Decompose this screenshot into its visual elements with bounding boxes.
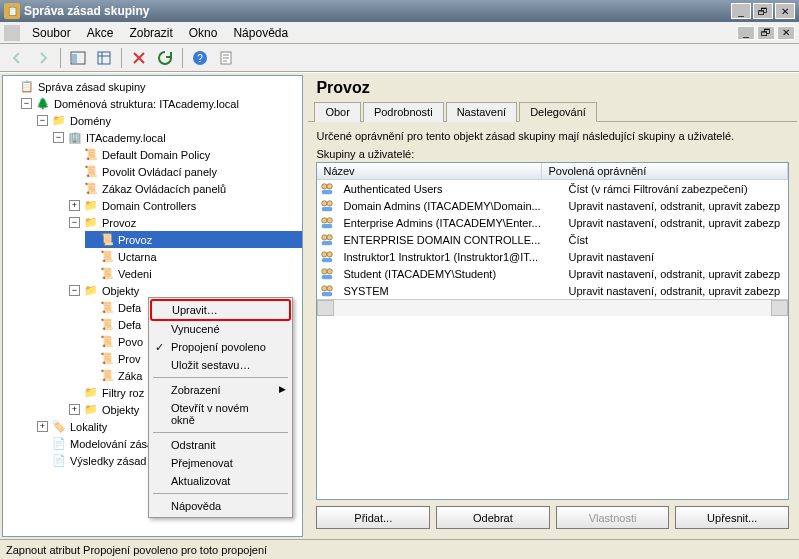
gpo-link-icon: 📜 xyxy=(99,266,115,282)
mdi-restore-button[interactable]: 🗗 xyxy=(757,26,775,40)
cm-otevrit[interactable]: Otevřít v novém okně xyxy=(151,399,290,429)
menu-zobrazit[interactable]: Zobrazit xyxy=(121,24,180,42)
cm-odstranit[interactable]: Odstranit xyxy=(151,436,290,454)
gpo-link-icon: 📜 xyxy=(83,147,99,163)
expand-toggle[interactable]: + xyxy=(69,404,80,415)
scroll-left-icon[interactable] xyxy=(317,300,334,316)
cm-vynucene[interactable]: Vynucené xyxy=(151,320,290,338)
expand-toggle[interactable]: − xyxy=(21,98,32,109)
tree-uctarna[interactable]: Uctarna xyxy=(118,251,157,263)
expand-toggle[interactable]: + xyxy=(69,200,80,211)
tree-provoz-gpo[interactable]: Provoz xyxy=(118,234,152,246)
svg-rect-14 xyxy=(322,223,333,227)
horizontal-scrollbar[interactable] xyxy=(317,299,788,316)
advanced-button[interactable]: Upřesnit... xyxy=(675,506,789,529)
tree-vedeni[interactable]: Vedeni xyxy=(118,268,152,280)
svg-rect-2 xyxy=(98,52,110,64)
tree-domain[interactable]: ITAcademy.local xyxy=(86,132,166,144)
cm-separator xyxy=(153,432,288,433)
tree-lokality[interactable]: Lokality xyxy=(70,421,107,433)
close-button[interactable]: ✕ xyxy=(775,3,795,19)
svg-point-24 xyxy=(322,285,327,290)
tree-forest[interactable]: Doménová struktura: ITAcademy.local xyxy=(54,98,239,110)
back-button xyxy=(6,47,28,69)
expand-toggle[interactable]: − xyxy=(37,115,48,126)
restore-button[interactable]: 🗗 xyxy=(753,3,773,19)
tree-objekty2[interactable]: Objekty xyxy=(102,404,139,416)
help-button[interactable]: ? xyxy=(189,47,211,69)
tree-root[interactable]: Správa zásad skupiny xyxy=(38,81,146,93)
table-row[interactable]: ENTERPRISE DOMAIN CONTROLLE...Číst xyxy=(317,231,788,248)
deleg-desc: Určené oprávnění pro tento objekt zásad … xyxy=(316,130,789,142)
scroll-right-icon[interactable] xyxy=(771,300,788,316)
expand-toggle[interactable]: + xyxy=(37,421,48,432)
svg-point-19 xyxy=(327,251,332,256)
cm-propojeni[interactable]: ✓Propojení povoleno xyxy=(151,338,290,356)
mdi-close-button[interactable]: ✕ xyxy=(777,26,795,40)
tree-ddp[interactable]: Default Domain Policy xyxy=(102,149,210,161)
toolbar: ? xyxy=(0,44,799,72)
cell-name: ENTERPRISE DOMAIN CONTROLLE... xyxy=(337,234,562,246)
tree-pane[interactable]: 📋 Správa zásad skupiny − 🌲 Doménová stru… xyxy=(2,75,303,537)
add-button[interactable]: Přidat... xyxy=(316,506,430,529)
cm-upravit[interactable]: Upravit… xyxy=(150,299,291,321)
tree-zak[interactable]: Zákaz Ovládacích panelů xyxy=(102,183,226,195)
groups-list[interactable]: Název Povolená oprávnění Authenticated U… xyxy=(316,162,789,500)
tree-defa[interactable]: Defa xyxy=(118,302,141,314)
tab-bar: Obor Podrobnosti Nastavení Delegování xyxy=(308,97,797,122)
tab-delegovani[interactable]: Delegování xyxy=(519,102,597,122)
folder-icon: 📁 xyxy=(83,402,99,418)
tree-objekty[interactable]: Objekty xyxy=(102,285,139,297)
expand-toggle[interactable]: − xyxy=(69,217,80,228)
svg-rect-1 xyxy=(72,54,77,63)
cm-aktualizovat[interactable]: Aktualizovat xyxy=(151,472,290,490)
menu-okno[interactable]: Okno xyxy=(181,24,226,42)
col-opravneni[interactable]: Povolená oprávnění xyxy=(542,163,788,179)
tree-filtry[interactable]: Filtry roz xyxy=(102,387,144,399)
col-nazev[interactable]: Název xyxy=(317,163,542,179)
tree-pov[interactable]: Povolit Ovládací panely xyxy=(102,166,217,178)
table-row[interactable]: Enterprise Admins (ITACADEMY\Enter...Upr… xyxy=(317,214,788,231)
table-row[interactable]: SYSTEMUpravit nastavení, odstranit, upra… xyxy=(317,282,788,299)
group-icon xyxy=(319,181,335,197)
domain-icon: 🏢 xyxy=(67,130,83,146)
tab-nastaveni[interactable]: Nastavení xyxy=(446,102,518,122)
mdi-minimize-button[interactable]: _ xyxy=(737,26,755,40)
tab-obor[interactable]: Obor xyxy=(314,102,360,122)
table-row[interactable]: Instruktor1 Instruktor1 (Instruktor1@IT.… xyxy=(317,248,788,265)
delete-button[interactable] xyxy=(128,47,150,69)
tree-prov[interactable]: Prov xyxy=(118,353,141,365)
tree-zaka[interactable]: Záka xyxy=(118,370,142,382)
system-menu-icon[interactable] xyxy=(4,25,20,41)
remove-button[interactable]: Odebrat xyxy=(436,506,550,529)
menu-soubor[interactable]: Soubor xyxy=(24,24,79,42)
properties-button[interactable] xyxy=(215,47,237,69)
show-hide-tree-button[interactable] xyxy=(67,47,89,69)
tree-defa2[interactable]: Defa xyxy=(118,319,141,331)
svg-point-15 xyxy=(322,234,327,239)
table-row[interactable]: Student (ITACADEMY\Student)Upravit nasta… xyxy=(317,265,788,282)
tree-povo[interactable]: Povo xyxy=(118,336,143,348)
tree-dc[interactable]: Domain Controllers xyxy=(102,200,196,212)
table-row[interactable]: Domain Admins (ITACADEMY\Domain...Upravi… xyxy=(317,197,788,214)
expand-toggle[interactable]: − xyxy=(69,285,80,296)
cm-prejmenovat[interactable]: Přejmenovat xyxy=(151,454,290,472)
tree-model[interactable]: Modelování zása xyxy=(70,438,153,450)
options-button[interactable] xyxy=(93,47,115,69)
refresh-button[interactable] xyxy=(154,47,176,69)
svg-rect-17 xyxy=(322,240,333,244)
minimize-button[interactable]: _ xyxy=(731,3,751,19)
tree-domains[interactable]: Domény xyxy=(70,115,111,127)
menu-napoveda[interactable]: Nápověda xyxy=(225,24,296,42)
cm-zobrazeni-label: Zobrazení xyxy=(171,384,221,396)
cm-ulozit[interactable]: Uložit sestavu… xyxy=(151,356,290,374)
table-row[interactable]: Authenticated UsersČíst (v rámci Filtrov… xyxy=(317,180,788,197)
expand-toggle[interactable]: − xyxy=(53,132,64,143)
cm-zobrazeni[interactable]: Zobrazení▶ xyxy=(151,381,290,399)
cell-name: Domain Admins (ITACADEMY\Domain... xyxy=(337,200,562,212)
tree-provoz[interactable]: Provoz xyxy=(102,217,136,229)
tab-podrobnosti[interactable]: Podrobnosti xyxy=(363,102,444,122)
menu-akce[interactable]: Akce xyxy=(79,24,122,42)
cm-napoveda[interactable]: Nápověda xyxy=(151,497,290,515)
svg-point-16 xyxy=(327,234,332,239)
